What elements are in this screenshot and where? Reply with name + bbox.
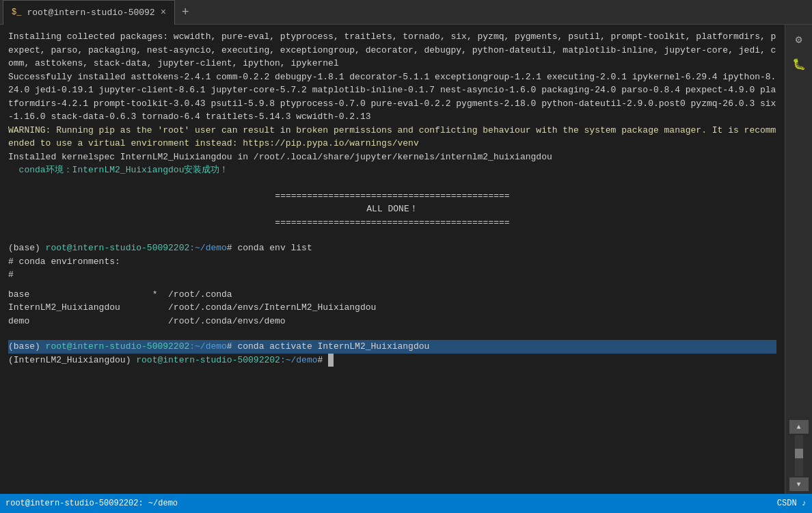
- scroll-track: [795, 435, 803, 476]
- tab-close-button[interactable]: ×: [161, 8, 166, 17]
- debug-icon[interactable]: 🐛: [789, 55, 809, 74]
- terminal-line: Installing collected packages: wcwidth, …: [8, 30, 776, 70]
- terminal-line: demo /root/.conda/envs/demo: [8, 315, 776, 328]
- terminal-line: (base) root@intern-studio-50092202:~/dem…: [8, 340, 776, 354]
- terminal-line: (InternLM2_Huixiangdou) root@intern-stud…: [8, 354, 776, 367]
- status-bar: root@intern-studio-50092202: ~/demo CSDN…: [0, 494, 812, 513]
- terminal-line: Installed kernelspec InternLM2_Huixiangd…: [8, 150, 776, 164]
- new-tab-button[interactable]: +: [175, 0, 196, 25]
- right-sidebar: ⚙ 🐛 ▲ ▼: [785, 25, 812, 494]
- scrollbar-area: ▲ ▼: [789, 420, 809, 494]
- terminal-line: base * /root/.conda: [8, 288, 776, 302]
- terminal-line: conda环境：InternLM2_Huixiangdou安装成功！: [8, 163, 776, 177]
- scroll-thumb[interactable]: [795, 449, 803, 458]
- scroll-up-button[interactable]: ▲: [789, 420, 809, 434]
- terminal-output[interactable]: Installing collected packages: wcwidth, …: [0, 25, 785, 494]
- scroll-down-button[interactable]: ▼: [789, 477, 809, 491]
- status-right: CSDN ♪: [777, 499, 807, 508]
- terminal-tab[interactable]: $_ root@intern-studio-50092 ×: [3, 0, 175, 25]
- status-path: root@intern-studio-50092202: ~/demo: [5, 499, 178, 508]
- terminal-line: [8, 229, 776, 241]
- terminal-line: [8, 328, 776, 340]
- settings-icon[interactable]: ⚙: [789, 30, 809, 49]
- terminal-line: ========================================…: [8, 189, 776, 203]
- terminal-line: [8, 282, 776, 288]
- terminal-line: ALL DONE！: [8, 202, 776, 216]
- terminal-line: ========================================…: [8, 216, 776, 230]
- terminal-line: [8, 177, 776, 189]
- terminal-line: InternLM2_Huixiangdou /root/.conda/envs/…: [8, 301, 776, 315]
- terminal-line: # conda environments:: [8, 255, 776, 269]
- terminal-line: (base) root@intern-studio-50092202:~/dem…: [8, 241, 776, 255]
- terminal-line: WARNING: Running pip as the 'root' user …: [8, 124, 776, 150]
- title-bar: $_ root@intern-studio-50092 × +: [0, 0, 812, 25]
- terminal-line: Successfully installed asttokens-2.4.1 c…: [8, 70, 776, 124]
- main-area: Installing collected packages: wcwidth, …: [0, 25, 812, 494]
- terminal-line: #: [8, 268, 776, 282]
- terminal-icon: $_: [12, 8, 21, 17]
- tab-label: root@intern-studio-50092: [27, 8, 154, 18]
